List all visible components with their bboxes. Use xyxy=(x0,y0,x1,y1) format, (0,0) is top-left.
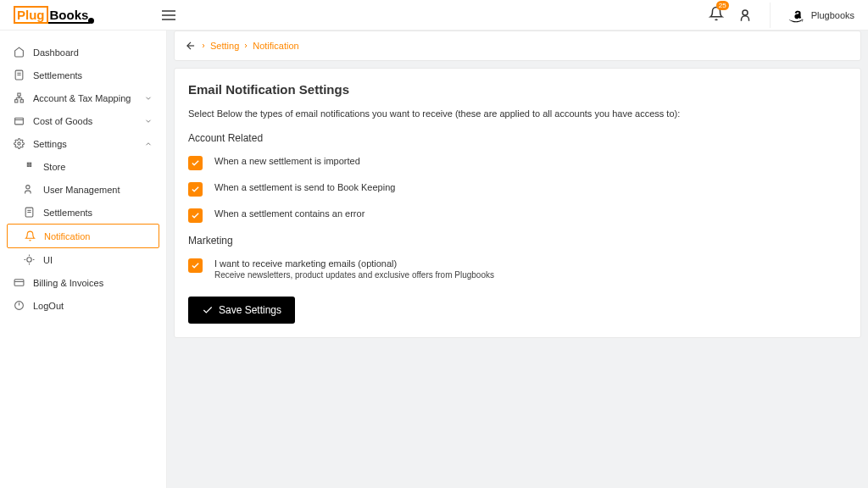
nav-notification[interactable]: Notification xyxy=(7,224,159,248)
page-description: Select Below the types of email notifica… xyxy=(188,108,847,119)
check-icon xyxy=(191,261,200,270)
breadcrumb-card: Setting Notification xyxy=(174,30,861,61)
logo[interactable]: Plug Books xyxy=(14,6,90,24)
sidebar: Dashboard Settlements Account & Tax Mapp… xyxy=(0,30,167,488)
checkbox-bookkeeping[interactable] xyxy=(188,182,203,197)
brand-selector[interactable]: Plugbooks xyxy=(787,7,854,24)
chevron-down-icon xyxy=(144,117,153,125)
chevron-down-icon xyxy=(144,94,153,103)
amazon-icon xyxy=(787,7,804,24)
header-left: Plug Books xyxy=(14,6,175,24)
chevron-right-icon xyxy=(200,42,207,49)
nav-label: UI xyxy=(43,255,53,265)
chevron-right-icon xyxy=(242,42,249,49)
chevron-up-icon xyxy=(144,140,153,148)
svg-rect-27 xyxy=(14,280,24,286)
nav-settlements[interactable]: Settlements xyxy=(7,64,159,86)
logo-books: Books xyxy=(48,8,91,24)
nav-logout[interactable]: LogOut xyxy=(7,294,159,317)
sitemap-icon xyxy=(14,92,25,103)
svg-rect-4 xyxy=(18,93,20,96)
nav-label: Settings xyxy=(33,139,67,149)
back-icon[interactable] xyxy=(185,40,197,52)
breadcrumb-item[interactable]: Setting xyxy=(210,41,239,51)
file-icon xyxy=(14,69,25,80)
svg-point-0 xyxy=(743,10,748,15)
hamburger-icon[interactable] xyxy=(162,10,175,20)
checkbox-error[interactable] xyxy=(188,208,203,223)
nav-billing[interactable]: Billing & Invoices xyxy=(7,271,159,294)
checkbox-label: When a new settlement is imported xyxy=(214,156,360,166)
header: Plug Books 25 Plugbooks xyxy=(0,0,868,30)
svg-rect-11 xyxy=(15,118,24,125)
content-card: Email Notification Settings Select Below… xyxy=(174,68,861,338)
user-icon[interactable] xyxy=(737,8,753,23)
nav-label: Cost of Goods xyxy=(33,116,92,126)
nav-label: Dashboard xyxy=(33,47,79,58)
svg-rect-5 xyxy=(15,100,18,103)
check-icon xyxy=(202,304,214,316)
checkbox-label: When a settlement contains an error xyxy=(214,208,364,219)
checkbox-label: I want to receive marketing emails (opti… xyxy=(214,258,494,269)
nav-settlements-sub[interactable]: Settlements xyxy=(7,201,159,224)
nav-account-tax[interactable]: Account & Tax Mapping xyxy=(7,86,159,109)
header-right: 25 Plugbooks xyxy=(709,3,854,28)
bell-icon xyxy=(25,230,36,241)
checkbox-row: When a settlement contains an error xyxy=(188,208,847,223)
nav-label: Settlements xyxy=(33,70,82,80)
store-icon xyxy=(24,161,35,172)
brand-label: Plugbooks xyxy=(811,10,854,20)
box-icon xyxy=(14,115,25,126)
nav-user-mgmt[interactable]: User Management xyxy=(7,178,159,201)
notification-bell[interactable]: 25 xyxy=(709,6,724,25)
nav-ui[interactable]: UI xyxy=(7,248,159,271)
check-icon xyxy=(191,158,200,168)
checkbox-row: I want to receive marketing emails (opti… xyxy=(188,258,847,280)
nav-cost-goods[interactable]: Cost of Goods xyxy=(7,109,159,132)
nav-label: LogOut xyxy=(33,301,64,311)
divider xyxy=(770,3,771,28)
breadcrumb-item[interactable]: Notification xyxy=(253,41,298,51)
layout: Dashboard Settlements Account & Tax Mapp… xyxy=(0,30,868,488)
svg-point-13 xyxy=(18,142,20,145)
logout-icon xyxy=(14,300,25,311)
svg-rect-16 xyxy=(27,165,29,167)
card-icon xyxy=(14,277,25,288)
svg-point-18 xyxy=(26,186,30,189)
nav-store[interactable]: Store xyxy=(7,155,159,178)
nav-label: Account & Tax Mapping xyxy=(33,93,131,103)
save-button[interactable]: Save Settings xyxy=(188,297,295,324)
ui-icon xyxy=(24,254,35,265)
svg-rect-6 xyxy=(20,100,23,103)
gear-icon xyxy=(14,138,25,149)
svg-point-22 xyxy=(27,258,31,262)
check-icon xyxy=(191,185,200,194)
nav-dashboard[interactable]: Dashboard xyxy=(7,41,159,64)
notification-badge: 25 xyxy=(716,1,729,10)
checkbox-row: When a settlement is send to Book Keepin… xyxy=(188,182,847,197)
svg-rect-17 xyxy=(30,165,31,167)
nav-label: Billing & Invoices xyxy=(33,278,103,288)
main: Setting Notification Email Notification … xyxy=(167,30,868,488)
svg-rect-15 xyxy=(30,163,31,164)
save-label: Save Settings xyxy=(219,304,281,316)
checkbox-new-settlement[interactable] xyxy=(188,156,203,170)
nav-label: Settlements xyxy=(43,208,92,218)
nav-settings[interactable]: Settings xyxy=(7,132,159,155)
section-marketing: Marketing xyxy=(188,235,847,247)
content: Email Notification Settings Select Below… xyxy=(175,69,860,337)
file-icon xyxy=(24,207,35,218)
page-title: Email Notification Settings xyxy=(188,82,847,97)
logo-plug: Plug xyxy=(14,6,48,24)
home-icon xyxy=(14,47,25,58)
nav-label: Store xyxy=(43,162,65,172)
nav-label: User Management xyxy=(43,185,120,195)
checkbox-subtext: Receive newsletters, product updates and… xyxy=(214,270,494,280)
checkbox-marketing[interactable] xyxy=(188,258,203,273)
svg-rect-14 xyxy=(27,163,29,164)
check-icon xyxy=(191,211,200,220)
users-icon xyxy=(24,184,35,195)
nav-label: Notification xyxy=(44,231,90,241)
checkbox-label: When a settlement is send to Book Keepin… xyxy=(214,182,395,192)
section-account: Account Related xyxy=(188,132,847,144)
